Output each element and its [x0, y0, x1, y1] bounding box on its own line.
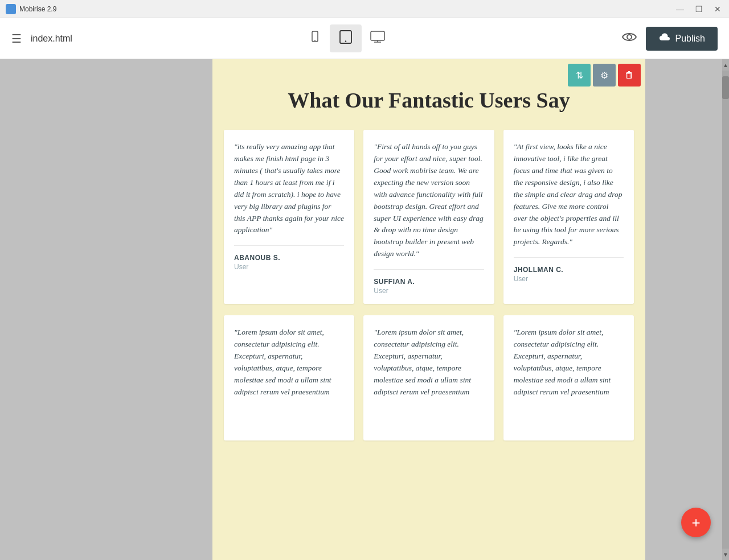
- testimonial-quote-3: "At first view, looks like a nice innova…: [503, 130, 634, 257]
- lorem-quote-3: "Lorem ipsum dolor sit amet, consectetur…: [503, 315, 634, 440]
- app-title: Mobirise 2.9: [19, 5, 56, 13]
- menu-button[interactable]: ☰: [11, 32, 22, 46]
- lorem-testimonials-grid: "Lorem ipsum dolor sit amet, consectetur…: [212, 315, 645, 452]
- toolbar-right-actions: Publish: [622, 27, 718, 51]
- settings-button[interactable]: ⚙: [593, 64, 616, 87]
- scroll-bottom-arrow[interactable]: ▼: [722, 549, 729, 560]
- card-author-3: JHOLLMAN C. User: [503, 258, 634, 292]
- desktop-view-button[interactable]: [362, 26, 394, 51]
- author-role-2: User: [374, 287, 484, 295]
- block-toolbar: ⇅ ⚙ 🗑: [568, 64, 641, 87]
- testimonial-quote-1: "its really very amazing app that makes …: [224, 130, 354, 245]
- tablet-view-button[interactable]: [330, 24, 362, 52]
- canvas-area: ⇅ ⚙ 🗑 What Our Fantastic Users Say "its …: [0, 59, 729, 560]
- reorder-icon: ⇅: [576, 70, 583, 81]
- publish-label: Publish: [675, 34, 705, 44]
- lorem-card-1: "Lorem ipsum dolor sit amet, consectetur…: [224, 315, 354, 440]
- gear-icon: ⚙: [600, 70, 608, 81]
- publish-button[interactable]: Publish: [646, 27, 718, 51]
- main-toolbar: ☰ index.html Publish: [0, 18, 729, 59]
- card-author-1: ABANOUB S. User: [224, 246, 354, 280]
- titlebar-logo: Mobirise 2.9: [6, 4, 56, 14]
- author-name-3: JHOLLMAN C.: [514, 266, 624, 274]
- testimonial-card-3: "At first view, looks like a nice innova…: [503, 130, 634, 304]
- titlebar: Mobirise 2.9 — ❐ ✕: [0, 0, 729, 18]
- scrollbar[interactable]: ▲ ▼: [722, 59, 729, 560]
- author-role-1: User: [234, 263, 344, 271]
- minimize-button[interactable]: —: [674, 5, 686, 14]
- canvas-content: ⇅ ⚙ 🗑 What Our Fantastic Users Say "its …: [212, 59, 645, 560]
- author-role-3: User: [514, 275, 624, 283]
- scrollbar-thumb[interactable]: [722, 76, 729, 99]
- svg-point-1: [314, 40, 316, 41]
- svg-point-3: [345, 40, 346, 42]
- fab-add-button[interactable]: +: [681, 508, 711, 537]
- testimonials-grid: "its really very amazing app that makes …: [212, 130, 645, 315]
- lorem-quote-1: "Lorem ipsum dolor sit amet, consectetur…: [224, 315, 354, 440]
- canvas-wrapper: ⇅ ⚙ 🗑 What Our Fantastic Users Say "its …: [136, 59, 722, 560]
- author-name-2: SUFFIAN A.: [374, 278, 484, 286]
- publish-cloud-icon: [658, 32, 671, 45]
- preview-button[interactable]: [622, 31, 637, 47]
- testimonial-card-2: "First of all hands off to you guys for …: [363, 130, 494, 304]
- delete-button[interactable]: 🗑: [618, 64, 641, 87]
- scroll-top-arrow[interactable]: ▲: [722, 59, 729, 71]
- close-button[interactable]: ✕: [712, 5, 723, 14]
- lorem-card-3: "Lorem ipsum dolor sit amet, consectetur…: [503, 315, 634, 440]
- svg-rect-4: [371, 31, 384, 40]
- left-sidebar: [0, 59, 136, 560]
- testimonial-card-1: "its really very amazing app that makes …: [224, 130, 354, 304]
- app-logo-icon: [6, 4, 16, 14]
- filename-label: index.html: [31, 34, 72, 44]
- restore-button[interactable]: ❐: [693, 5, 705, 14]
- lorem-card-2: "Lorem ipsum dolor sit amet, consectetur…: [363, 315, 494, 440]
- trash-icon: 🗑: [625, 70, 634, 80]
- lorem-quote-2: "Lorem ipsum dolor sit amet, consectetur…: [363, 315, 494, 440]
- author-name-1: ABANOUB S.: [234, 254, 344, 262]
- svg-point-7: [627, 35, 632, 39]
- card-author-2: SUFFIAN A. User: [363, 270, 494, 304]
- device-toggle-group: [300, 24, 394, 52]
- testimonial-quote-2: "First of all hands off to you guys for …: [363, 130, 494, 269]
- mobile-view-button[interactable]: [300, 26, 330, 51]
- reorder-button[interactable]: ⇅: [568, 64, 591, 87]
- window-controls: — ❐ ✕: [674, 5, 723, 14]
